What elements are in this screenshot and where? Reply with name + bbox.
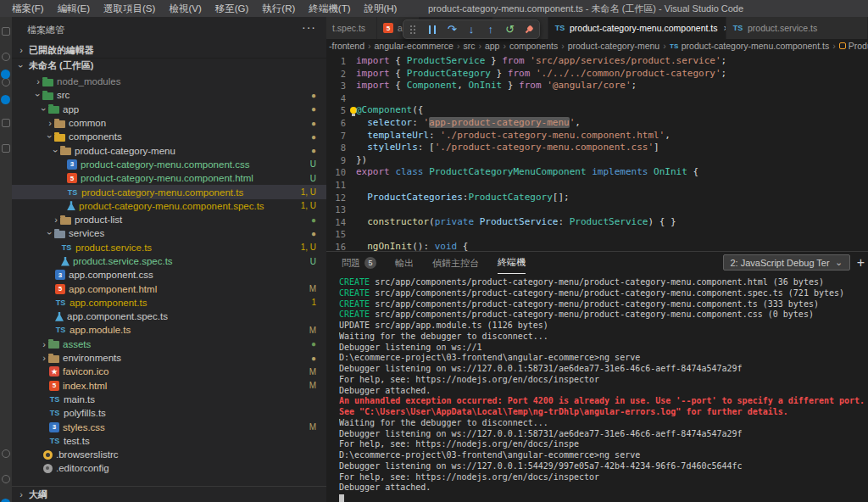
tree-item-product-category-menu[interactable]: ›product-category-menu● xyxy=(12,143,326,157)
tree-item-app.component.spec.ts[interactable]: app.component.spec.ts xyxy=(12,310,326,323)
code-line-10[interactable]: 10export class ProductCategoryMenuCompon… xyxy=(326,166,868,179)
menu-終端機(T)[interactable]: 終端機(T) xyxy=(302,3,357,15)
tree-item-src[interactable]: ›src● xyxy=(12,88,326,102)
tree-item-favicon.ico[interactable]: ★favicon.icoM xyxy=(12,365,326,378)
tree-item-services[interactable]: ›services● xyxy=(12,226,326,240)
terminal-picker-label: 2: JavaScript Debug Ter xyxy=(730,258,829,268)
tree-item-app[interactable]: ›app● xyxy=(12,103,326,116)
tree-item-assets[interactable]: ›assets● xyxy=(12,337,326,351)
code-line-2[interactable]: 2import { ProductCategory } from './../.… xyxy=(326,68,868,81)
run-and-debug-icon[interactable] xyxy=(2,119,10,127)
restart-icon[interactable]: ↺ xyxy=(504,23,517,36)
menu-移至(G)[interactable]: 移至(G) xyxy=(209,3,256,15)
menu-選取項目(S)[interactable]: 選取項目(S) xyxy=(97,3,162,15)
tree-item-product-category-menu.component.ts[interactable]: TSproduct-category-menu.component.ts1, U xyxy=(12,185,326,198)
terminal-text: CREATE xyxy=(339,288,375,298)
tab-t.spec.ts[interactable]: t.spec.ts xyxy=(326,17,377,39)
token: ) { } xyxy=(648,216,676,227)
tree-item-components[interactable]: ›components● xyxy=(12,130,326,143)
breadcrumb-item--frontend[interactable]: -frontend xyxy=(329,41,364,51)
workspace-label: 未命名 (工作區) xyxy=(29,59,93,72)
terminal-text: Debugger listening on ws://127.0.0.1:544… xyxy=(339,461,743,471)
breadcrumb-item-product-category-menu.component.ts[interactable]: TSproduct-category-menu.component.ts xyxy=(670,41,830,52)
code-line-11[interactable]: 11 xyxy=(326,179,868,192)
breadcrumb-item-src[interactable]: src xyxy=(463,41,475,51)
tree-item-product-list[interactable]: ›product-list● xyxy=(12,213,326,226)
code-editor[interactable]: 1import { ProductService } from 'src/app… xyxy=(326,53,868,251)
code-line-7[interactable]: 7 templateUrl: './product-category-menu.… xyxy=(326,130,868,142)
menu-檔案(F)[interactable]: 檔案(F) xyxy=(5,3,51,15)
code-line-5[interactable]: 5@Component({ xyxy=(326,104,868,117)
terminal-output[interactable]: CREATE src/app/components/product-catego… xyxy=(339,274,868,502)
pause-icon[interactable] xyxy=(426,23,439,36)
breadcrumb-item-ProductCa[interactable]: ProductCa xyxy=(839,41,868,51)
tree-item-.editorconfig[interactable]: .editorconfig xyxy=(12,461,326,475)
breadcrumb-item-angular-ecommerce[interactable]: angular-ecommerce xyxy=(375,41,453,51)
terminal-picker[interactable]: 2: JavaScript Debug Ter ⌄ xyxy=(723,254,849,271)
extensions-icon[interactable] xyxy=(2,144,10,153)
code-line-6[interactable]: 6 selector: 'app-product-category-menu', xyxy=(326,117,868,130)
breadcrumb-item-components[interactable]: components xyxy=(509,41,558,51)
tree-item-app.component.css[interactable]: 3app.component.css xyxy=(12,268,326,282)
tree-item-styles.css[interactable]: 3styles.cssM xyxy=(12,420,326,433)
menu-說明(H)[interactable]: 說明(H) xyxy=(357,3,403,15)
disconnect-icon[interactable] xyxy=(522,23,536,36)
tree-item-environments[interactable]: ›environments● xyxy=(12,351,326,365)
step-over-icon[interactable]: ↷ xyxy=(445,23,459,36)
source-control-icon[interactable] xyxy=(2,78,10,86)
breadcrumb-item-product-category-menu[interactable]: product-category-menu xyxy=(568,41,660,51)
code-line-14[interactable]: 14 constructor(private ProductService: P… xyxy=(326,216,868,229)
activity-bar[interactable] xyxy=(0,17,12,502)
tree-item-app.component.html[interactable]: 5app.component.htmlM xyxy=(12,282,326,295)
explorer-icon[interactable] xyxy=(2,27,10,36)
step-into-icon[interactable]: ↓ xyxy=(465,23,478,36)
tree-item-common[interactable]: ›common● xyxy=(12,116,326,130)
token: from xyxy=(508,68,531,79)
menu-編輯(E)[interactable]: 編輯(E) xyxy=(51,3,97,15)
tree-item-product-category-menu.component.css[interactable]: 3product-category-menu.component.cssU xyxy=(12,158,326,171)
tab-product.service.ts[interactable]: TSproduct.service.ts xyxy=(726,17,868,39)
new-terminal-icon[interactable]: + xyxy=(857,255,865,271)
tree-item-test.ts[interactable]: TStest.ts xyxy=(12,434,326,448)
tree-item-product-category-menu.component.html[interactable]: 5product-category-menu.component.htmlU xyxy=(12,171,326,185)
menu-檢視(V)[interactable]: 檢視(V) xyxy=(162,3,208,15)
code-line-3[interactable]: 3import { Component, OnInit } from '@ang… xyxy=(326,80,868,92)
tree-item-polyfills.ts[interactable]: TSpolyfills.ts xyxy=(12,406,326,420)
workspace-section[interactable]: › 未命名 (工作區) xyxy=(12,58,326,73)
outline-section[interactable]: › 大綱 xyxy=(12,486,326,502)
manage-gear-icon[interactable] xyxy=(2,475,10,483)
more-actions-icon[interactable]: ··· xyxy=(302,20,316,34)
tree-item-product.service.spec.ts[interactable]: product.service.spec.tsU xyxy=(12,254,326,268)
tree-item-app.module.ts[interactable]: TSapp.module.tsM xyxy=(12,323,326,337)
step-out-icon[interactable]: ↑ xyxy=(484,23,498,36)
menu-執行(R)[interactable]: 執行(R) xyxy=(255,3,302,15)
line-number: 14 xyxy=(326,216,346,229)
accounts-icon[interactable] xyxy=(2,449,10,458)
panel-tab-問題[interactable]: 問題5 xyxy=(342,253,376,274)
code-line-16[interactable]: 16 ngOnInit(): void { xyxy=(326,241,868,251)
panel-tab-偵錯主控台[interactable]: 偵錯主控台 xyxy=(432,253,479,274)
code-line-9[interactable]: 9}) xyxy=(326,154,868,167)
code-line-15[interactable]: 15 xyxy=(326,228,868,241)
panel-tab-輸出[interactable]: 輸出 xyxy=(395,253,414,274)
tab-product-category-menu.component.ts[interactable]: TSproduct-category-menu.component.ts× xyxy=(548,17,726,39)
tree-item-node_modules[interactable]: ›node_modules xyxy=(12,75,326,88)
code-text: export class ProductCategoryMenuComponen… xyxy=(356,166,698,179)
tree-item-product.service.ts[interactable]: TSproduct.service.ts1, U xyxy=(12,241,326,254)
code-line-1[interactable]: 1import { ProductService } from 'src/app… xyxy=(326,55,868,68)
open-editors-section[interactable]: › 已開啟的編輯器 xyxy=(12,42,326,58)
code-line-12[interactable]: 12 ProductCategories:ProductCategory[]; xyxy=(326,192,868,204)
terminal-text: Debugger listening on ws://127.0.0.1:587… xyxy=(339,429,743,438)
code-line-4[interactable]: 4 xyxy=(326,92,868,105)
breadcrumb-item-app[interactable]: app xyxy=(485,41,500,51)
tree-item-index.html[interactable]: 5index.htmlM xyxy=(12,379,326,393)
code-line-8[interactable]: 8 styleUrls: ['./product-category-menu.c… xyxy=(326,142,868,154)
tree-item-.browserslistrc[interactable]: .browserslistrc xyxy=(12,448,326,461)
code-line-13[interactable]: 13 xyxy=(326,204,868,216)
tree-item-app.component.ts[interactable]: TSapp.component.ts1 xyxy=(12,296,326,310)
panel-tab-終端機[interactable]: 終端機 xyxy=(498,253,526,274)
token: { xyxy=(390,68,407,79)
search-icon[interactable] xyxy=(2,53,10,61)
tree-item-main.ts[interactable]: TSmain.ts xyxy=(12,393,326,406)
tree-item-product-category-menu.component.spec.ts[interactable]: product-category-menu.component.spec.ts1… xyxy=(12,199,326,213)
